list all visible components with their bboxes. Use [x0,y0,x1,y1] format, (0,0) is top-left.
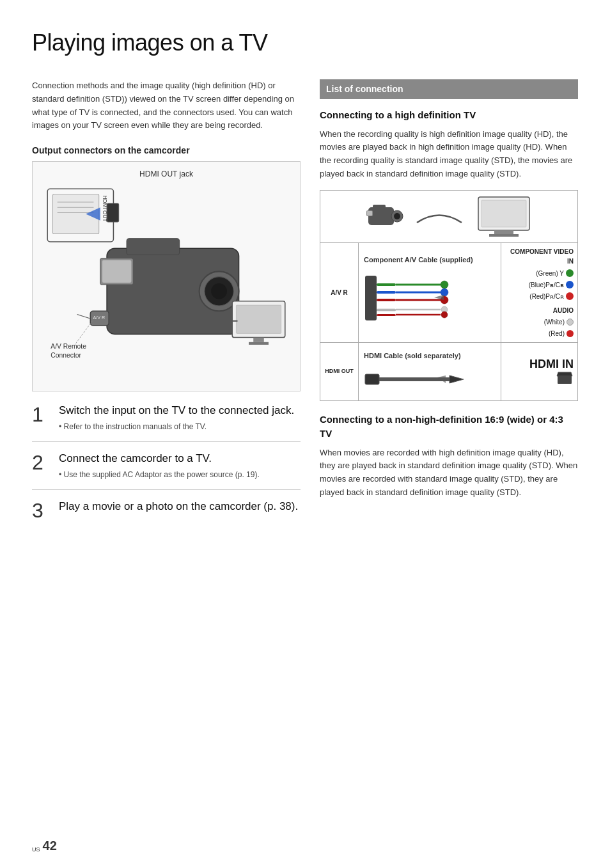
section1-body: When the recording quality is high defin… [320,128,578,181]
blue-pb-label: (Blue)Pʙ/Cʙ [529,280,574,290]
page-footer: US 42 [32,836,57,855]
svg-point-27 [394,213,400,219]
component-cable-svg [364,269,466,330]
hdmi-port-icon [556,371,574,385]
step-3-number: 3 [32,500,52,521]
svg-rect-12 [127,239,180,255]
page-title: Playing images on a TV [32,26,578,60]
step-2: 2 Connect the camcorder to a TV. Use the… [32,451,301,490]
small-tv-icon [475,196,533,237]
svg-rect-30 [367,211,372,216]
red2-label: (Red) [549,329,574,338]
svg-rect-14 [102,260,131,283]
step-2-note: Use the supplied AC Adaptor as the power… [59,469,301,480]
hdmi-in-label: HDMI IN [529,358,574,371]
steps-area: 1 Switch the input on the TV to the conn… [32,403,301,530]
hdmi-right: HDMI IN [501,343,577,400]
svg-marker-54 [450,375,464,383]
component-cable-label: Component A/V Cable (supplied) [364,255,496,265]
svg-rect-39 [377,309,396,311]
svg-rect-33 [494,230,513,234]
step-3-main: Play a movie or a photo on the camcorder… [59,499,301,514]
hdmi-out-left-label: HDMI OUT [320,343,359,400]
svg-rect-28 [373,205,386,209]
left-column: Connection methods and the image quality… [32,79,301,539]
page-number: 42 [43,836,57,855]
svg-point-11 [211,283,227,299]
hdmi-out-label: HDMI OUT jack [39,168,293,180]
svg-rect-40 [377,314,396,316]
svg-rect-35 [365,276,377,320]
connection-diagram: A/V R Component A/V Cable (supplied) [320,190,578,401]
white-label: (White) [544,317,574,327]
svg-text:A/V R: A/V R [93,315,105,320]
list-of-connection-header: List of connection [320,79,578,99]
small-camcorder-icon [365,202,403,231]
step-1-note: Refer to the instruction manuals of the … [59,421,301,432]
svg-line-24 [74,321,92,346]
intro-text: Connection methods and the image quality… [32,79,301,132]
svg-text:A/V Remote: A/V Remote [51,343,86,350]
svg-rect-37 [377,291,396,294]
svg-rect-34 [489,234,519,237]
svg-rect-38 [377,299,396,301]
svg-point-47 [441,288,448,296]
audio-label: AUDIO [553,306,574,315]
hdmi-cable-label: HDMI Cable (sold separately) [364,351,496,361]
hdmi-middle: HDMI Cable (sold separately) [359,343,501,400]
component-video-in-label: COMPONENT VIDEO IN [505,247,574,266]
hdmi-cable-svg [364,367,466,392]
component-av-row: A/V R Component A/V Cable (supplied) [320,243,577,343]
component-right: COMPONENT VIDEO IN (Green) Y (Blue)Pʙ/Cʙ… [501,243,577,342]
av-r-label: A/V R [320,243,359,342]
svg-rect-20 [253,338,264,342]
svg-rect-21 [249,342,269,345]
page-number-prefix: US [32,844,40,855]
component-middle: Component A/V Cable (supplied) [359,243,501,342]
output-connectors-title: Output connectors on the camcorder [32,144,301,157]
step-1-main: Switch the input on the TV to the connec… [59,403,301,418]
diagram-top-row [320,191,577,243]
right-column: List of connection Connecting to a high … [320,79,578,539]
red-pr-label: (Red)Pʀ/Cʀ [529,292,574,301]
svg-rect-19 [236,305,281,333]
step-3-content: Play a movie or a photo on the camcorder… [59,499,301,517]
step-1: 1 Switch the input on the TV to the conn… [32,403,301,442]
svg-line-17 [77,315,90,319]
section2-title: Connecting to a non-high-definition 16:9… [320,413,578,441]
svg-rect-6 [107,203,119,222]
svg-rect-36 [377,283,396,286]
step-1-content: Switch the input on the TV to the connec… [59,403,301,432]
svg-point-50 [441,312,448,318]
hdmi-row: HDMI OUT HDMI Cable (sold separately) HD… [320,343,577,400]
svg-rect-52 [365,374,379,384]
svg-rect-56 [558,376,572,384]
svg-point-46 [441,281,448,288]
green-y-label: (Green) Y [536,269,574,278]
output-connectors-diagram: HDMI OUT jack HDMI OUT [32,161,301,391]
camcorder-diagram-svg: HDMI OUT A/V R [39,182,293,387]
step-1-number: 1 [32,404,52,425]
step-2-number: 2 [32,452,52,473]
step-2-content: Connect the camcorder to a TV. Use the s… [59,451,301,480]
step-2-main: Connect the camcorder to a TV. [59,451,301,466]
cable-curve-icon [414,207,465,226]
svg-rect-32 [481,200,526,227]
svg-text:Connector: Connector [51,352,81,359]
section2-body: When movies are recorded with high defin… [320,446,578,500]
step-3: 3 Play a movie or a photo on the camcord… [32,499,301,530]
svg-text:HDMI OUT: HDMI OUT [102,196,107,222]
svg-rect-25 [368,207,394,225]
section1-title: Connecting to a high definition TV [320,108,578,123]
